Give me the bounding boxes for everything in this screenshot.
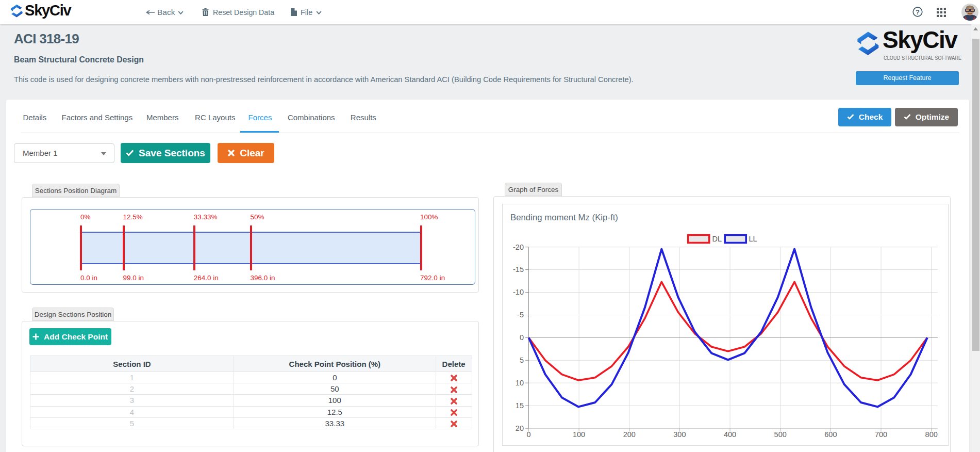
svg-text:0: 0 (526, 430, 530, 439)
svg-text:10: 10 (516, 379, 524, 387)
svg-text:?: ? (916, 8, 920, 16)
svg-text:800: 800 (925, 430, 938, 439)
svg-text:-15: -15 (513, 265, 524, 273)
svg-text:15: 15 (516, 401, 524, 410)
svg-text:20: 20 (516, 424, 524, 432)
svg-text:300: 300 (673, 430, 686, 439)
svg-text:200: 200 (623, 430, 636, 439)
svg-text:600: 600 (824, 430, 837, 439)
svg-text:700: 700 (875, 430, 887, 439)
svg-text:400: 400 (724, 430, 736, 439)
svg-text:100: 100 (573, 430, 585, 439)
svg-text:-5: -5 (517, 311, 524, 319)
svg-text:LL: LL (749, 235, 757, 243)
svg-text:-10: -10 (513, 288, 524, 296)
svg-text:5: 5 (520, 356, 524, 364)
svg-text:500: 500 (774, 430, 787, 439)
svg-text:-20: -20 (513, 243, 524, 251)
svg-text:0: 0 (520, 333, 524, 342)
svg-text:DL: DL (712, 235, 722, 243)
